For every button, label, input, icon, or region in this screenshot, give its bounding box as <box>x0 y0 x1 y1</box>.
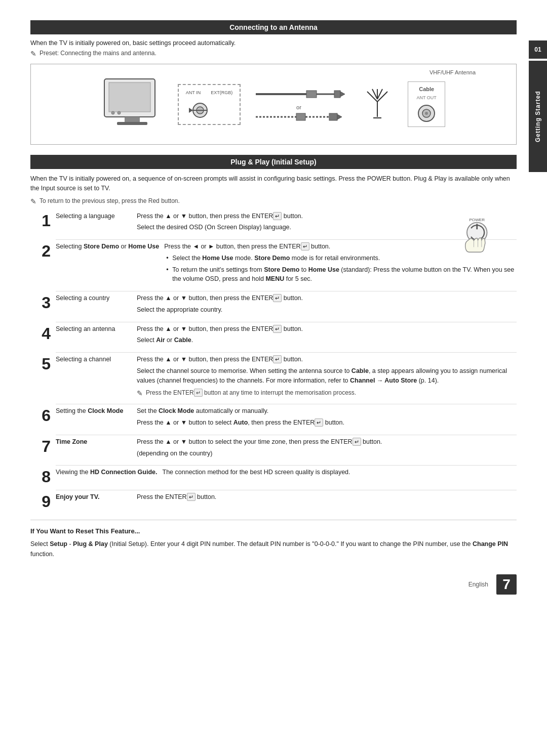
svg-rect-13 <box>334 91 340 98</box>
pencil-icon-3: ✎ <box>137 388 143 399</box>
step-7-label: Time Zone <box>56 437 137 445</box>
step-9-content: Press the ENTER↵ button. <box>137 492 517 504</box>
step-8-number: 8 <box>30 469 56 485</box>
plug-play-section: Plug & Play (Initial Setup) When the TV … <box>30 155 517 510</box>
pencil-icon: ✎ <box>30 50 36 58</box>
pencil-icon-2: ✎ <box>30 197 36 205</box>
step-2-number: 2 <box>30 243 56 259</box>
cable-lines: or <box>256 87 347 122</box>
reset-text: Select Setup - Plug & Play (Initial Setu… <box>30 539 517 559</box>
svg-point-4 <box>111 111 114 114</box>
page-footer: English 7 <box>30 574 517 595</box>
cable-box: Cable ANT OUT <box>408 81 445 127</box>
svg-rect-17 <box>296 113 305 120</box>
step-1-number: 1 <box>30 213 56 229</box>
antenna-svg <box>362 87 393 122</box>
step-8-row: 8 Viewing the HD Connection Guide. The c… <box>30 468 517 485</box>
svg-text:POWER: POWER <box>469 218 485 222</box>
step-1-row: 1 Selecting a language Press the ▲ or ▼ … <box>30 212 517 235</box>
plug-play-note: ✎ To return to the previous step, press … <box>30 197 517 205</box>
svg-rect-11 <box>306 91 317 98</box>
step-6-label: Setting the Clock Mode <box>56 406 137 414</box>
footer-page-number: 7 <box>496 574 517 595</box>
reset-header: If You Want to Reset This Feature... <box>30 527 517 535</box>
antenna-section: Connecting to an Antenna When the TV is … <box>30 20 517 145</box>
step-9-row: 9 Enjoy your TV. Press the ENTER↵ button… <box>30 492 517 510</box>
plug-play-header: Plug & Play (Initial Setup) <box>30 155 517 169</box>
step-7-number: 7 <box>30 438 56 454</box>
step-3-row: 3 Selecting a country Press the ▲ or ▼ b… <box>30 293 517 317</box>
step-8-label: Viewing the HD Connection Guide. <box>56 468 163 476</box>
antenna-note: ✎ Preset: Connecting the mains and anten… <box>30 50 517 58</box>
tv-svg <box>102 76 163 132</box>
svg-marker-8 <box>189 108 193 113</box>
step-4-row: 4 Selecting an antenna Press the ▲ or ▼ … <box>30 324 517 348</box>
step-5-content: Press the ▲ or ▼ button, then press the … <box>137 355 517 399</box>
sidebar-getting-started: Getting Started <box>529 61 547 172</box>
antenna-diagram: VHF/UHF Antenna <box>30 64 517 145</box>
plug-play-intro: When the TV is initially powered on, a s… <box>30 174 517 193</box>
reset-section: If You Want to Reset This Feature... Sel… <box>30 520 517 559</box>
steps-container: POWER 1 Selecting a language Press the ▲… <box>30 212 517 510</box>
step-8-content: The connection method for the best HD sc… <box>163 468 517 479</box>
antenna-symbol <box>362 87 393 122</box>
cable-svg: or <box>256 87 347 122</box>
svg-text:or: or <box>296 104 301 110</box>
step-5-row: 5 Selecting a channel Press the ▲ or ▼ b… <box>30 355 517 399</box>
step-9-label: Enjoy your TV. <box>56 492 137 500</box>
step-4-label: Selecting an antenna <box>56 324 137 332</box>
step-4-number: 4 <box>30 325 56 342</box>
sidebar-label: Getting Started <box>534 91 541 142</box>
svg-marker-20 <box>337 114 342 119</box>
svg-point-5 <box>118 111 121 114</box>
svg-marker-14 <box>340 92 345 97</box>
footer-language: English <box>468 581 488 588</box>
connector-labels: ANT IN EXT(RGB) <box>186 90 232 95</box>
svg-rect-1 <box>109 82 150 112</box>
antenna-intro: When the TV is initially powered on, bas… <box>30 39 517 47</box>
vhf-label: VHF/UHF Antenna <box>429 69 476 75</box>
step-5-label: Selecting a channel <box>56 355 137 363</box>
step-3-number: 3 <box>30 295 56 311</box>
step-6-number: 6 <box>30 407 56 424</box>
step-3-label: Selecting a country <box>56 293 137 302</box>
antenna-header: Connecting to an Antenna <box>30 20 517 34</box>
step-4-content: Press the ▲ or ▼ button, then press the … <box>137 324 517 348</box>
cable-port-svg <box>415 103 438 122</box>
svg-rect-19 <box>329 113 337 120</box>
step-1-label: Selecting a language <box>56 212 137 220</box>
step-6-content: Set the Clock Mode automatically or manu… <box>137 406 517 430</box>
step-2-row: 2 Selecting Store Demo or Home Use Press… <box>30 242 517 286</box>
step-6-row: 6 Setting the Clock Mode Set the Clock M… <box>30 406 517 430</box>
connector-svg <box>189 101 229 119</box>
step-7-row: 7 Time Zone Press the ▲ or ▼ button to s… <box>30 437 517 460</box>
svg-point-30 <box>425 112 428 115</box>
step-5-number: 5 <box>30 356 56 372</box>
sidebar-number: 01 <box>529 40 547 59</box>
step-9-number: 9 <box>30 493 56 510</box>
svg-rect-3 <box>117 122 147 125</box>
step-3-content: Press the ▲ or ▼ button, then press the … <box>137 293 517 317</box>
step-7-content: Press the ▲ or ▼ button to select the yo… <box>137 437 517 460</box>
connector-box: ANT IN EXT(RGB) <box>178 84 241 125</box>
tv-illustration <box>102 76 163 132</box>
step-2-label: Selecting Store Demo or Home Use <box>56 242 164 250</box>
